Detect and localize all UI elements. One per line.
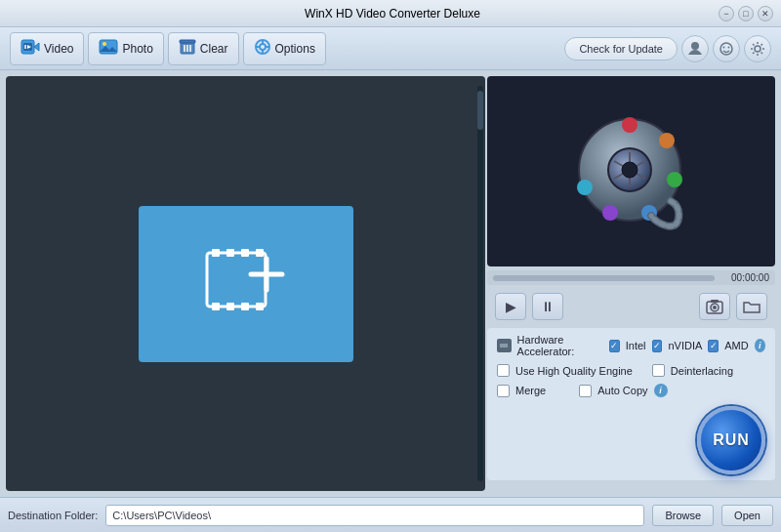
deinterlacing-checkbox[interactable] (652, 364, 665, 377)
svg-rect-52 (500, 344, 508, 348)
destination-path[interactable]: C:\Users\PC\Videos\ (105, 505, 644, 526)
clear-icon (179, 38, 196, 60)
chip-icon (497, 339, 512, 352)
auto-copy-checkbox[interactable] (579, 385, 592, 397)
photo-icon (99, 38, 118, 60)
scrollbar-thumb[interactable] (477, 91, 483, 130)
clear-label: Clear (200, 42, 228, 56)
hardware-info-icon[interactable]: i (755, 339, 765, 352)
toolbar: Video Photo Clear (0, 27, 781, 70)
options-button[interactable]: Options (243, 32, 326, 65)
photo-label: Photo (122, 42, 152, 56)
options-label: Options (275, 42, 315, 56)
main-area: 00:00:00 ▶ ⏸ (0, 70, 781, 497)
titlebar-title: WinX HD Video Converter Deluxe (305, 7, 480, 20)
left-panel[interactable] (6, 76, 485, 491)
svg-point-23 (755, 46, 760, 52)
merge-checkbox[interactable] (497, 385, 510, 397)
high-quality-label: Use High Quality Engine (515, 365, 633, 377)
deinterlacing-label: Deinterlacing (671, 365, 733, 377)
destination-path-text: C:\Users\PC\Videos\ (112, 510, 211, 521)
amd-label: AMD (724, 340, 748, 351)
auto-copy-info-icon[interactable]: i (654, 384, 668, 397)
svg-point-6 (103, 42, 106, 46)
svg-rect-9 (180, 40, 195, 43)
merge-row: Merge Auto Copy i (497, 384, 765, 397)
svg-rect-26 (226, 249, 234, 257)
svg-point-36 (622, 117, 637, 133)
photo-button[interactable]: Photo (88, 32, 163, 65)
nvidia-checkbox[interactable]: ✓ (652, 340, 663, 352)
open-button[interactable]: Open (721, 505, 773, 526)
hardware-accel-label: Hardware Accelerator: (517, 334, 603, 357)
video-button[interactable]: Video (10, 32, 84, 65)
svg-point-38 (667, 172, 682, 187)
add-video-icon (202, 245, 290, 323)
progress-bar-row: 00:00:00 (487, 270, 775, 285)
destination-label: Destination Folder: (8, 510, 98, 521)
pause-button[interactable]: ⏸ (532, 293, 563, 320)
settings-icon-button[interactable] (744, 35, 771, 62)
nvidia-label: nVIDIA (668, 340, 702, 351)
folder-button[interactable] (736, 293, 767, 320)
svg-rect-50 (711, 300, 719, 303)
svg-point-40 (602, 205, 618, 221)
svg-point-49 (713, 306, 717, 309)
options-icon (254, 38, 271, 60)
svg-point-14 (260, 44, 266, 50)
svg-rect-25 (212, 249, 220, 257)
svg-rect-31 (241, 303, 249, 310)
progress-time: 00:00:00 (720, 272, 769, 283)
check-update-button[interactable]: Check for Update (564, 37, 678, 61)
merge-label: Merge (515, 385, 546, 396)
svg-rect-24 (207, 253, 266, 307)
close-button[interactable]: ✕ (758, 6, 773, 21)
high-quality-checkbox[interactable] (497, 364, 510, 377)
svg-rect-27 (241, 249, 249, 257)
browse-button[interactable]: Browse (652, 505, 714, 526)
snapshot-button[interactable] (699, 293, 730, 320)
playback-controls: ▶ ⏸ (487, 289, 775, 324)
minimize-button[interactable]: − (719, 6, 734, 21)
right-panel: 00:00:00 ▶ ⏸ (487, 76, 775, 491)
play-button[interactable]: ▶ (495, 293, 526, 320)
svg-point-46 (622, 162, 637, 178)
scrollbar-track[interactable] (477, 86, 483, 481)
options-area: Hardware Accelerator: ✓ Intel ✓ nVIDIA ✓… (487, 328, 775, 480)
hardware-accel-row: Hardware Accelerator: ✓ Intel ✓ nVIDIA ✓… (497, 334, 765, 357)
run-button[interactable]: RUN (697, 406, 765, 474)
user-icon-button[interactable] (681, 35, 709, 62)
svg-rect-30 (226, 303, 234, 310)
film-reel-preview (573, 113, 690, 230)
svg-point-37 (659, 133, 675, 148)
video-label: Video (44, 42, 73, 56)
svg-point-19 (691, 42, 699, 50)
svg-point-21 (723, 46, 725, 48)
preview-area (487, 76, 775, 266)
quality-row: Use High Quality Engine Deinterlacing (497, 364, 765, 377)
titlebar: WinX HD Video Converter Deluxe − □ ✕ (0, 0, 781, 27)
svg-rect-28 (256, 249, 264, 257)
svg-point-41 (577, 180, 593, 195)
amd-checkbox[interactable]: ✓ (708, 340, 719, 352)
intel-checkbox[interactable]: ✓ (609, 340, 620, 352)
maximize-button[interactable]: □ (738, 6, 754, 21)
clear-button[interactable]: Clear (168, 32, 239, 65)
bottom-bar: Destination Folder: C:\Users\PC\Videos\ … (0, 497, 781, 532)
svg-marker-1 (34, 43, 39, 51)
svg-rect-32 (256, 303, 264, 310)
intel-label: Intel (626, 340, 646, 351)
run-area: RUN (497, 404, 765, 474)
titlebar-controls: − □ ✕ (719, 6, 773, 21)
progress-track[interactable] (493, 275, 715, 281)
video-icon (21, 38, 40, 60)
svg-point-22 (728, 46, 730, 48)
add-video-placeholder[interactable] (139, 206, 353, 362)
svg-rect-29 (212, 303, 220, 310)
auto-copy-label: Auto Copy (597, 385, 647, 396)
smile-icon-button[interactable] (713, 35, 740, 62)
